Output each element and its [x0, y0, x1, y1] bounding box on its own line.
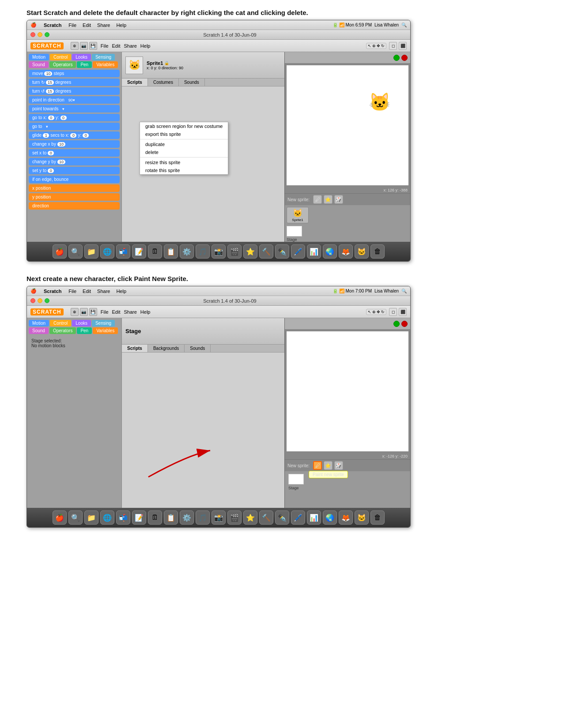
dock-photo[interactable]: 📸 [212, 244, 226, 259]
dock2-safari[interactable]: 🌐 [100, 510, 114, 525]
green-flag-btn[interactable] [393, 55, 400, 61]
stage-thumb[interactable] [287, 226, 302, 236]
dock2-earth[interactable]: 🌏 [323, 510, 337, 525]
tab-costumes[interactable]: Costumes [148, 79, 179, 86]
script-canvas-2[interactable] [122, 353, 284, 508]
stage-thumb-2[interactable] [288, 474, 304, 484]
dock-prefs[interactable]: ⚙️ [180, 244, 194, 259]
minimize-button-2[interactable] [38, 298, 42, 303]
dock2-prefs[interactable]: ⚙️ [180, 510, 194, 525]
menu-share-3[interactable]: Share [97, 289, 110, 294]
sprite-list-item-cat[interactable]: 🐱 Sprite1 [287, 207, 309, 223]
maximize-button-2[interactable] [45, 298, 49, 303]
menu-help-3[interactable]: Help [116, 289, 126, 294]
cat-sensing[interactable]: Sensing [92, 54, 115, 60]
toolbar-btn-6[interactable]: 💾 [89, 308, 97, 316]
dock-trash[interactable]: 🗑 [370, 244, 385, 259]
block-set-y[interactable]: set y to 0 [29, 167, 120, 174]
menu-edit[interactable]: Edit [83, 23, 91, 28]
menu-file-4[interactable]: File [101, 309, 109, 315]
dock2-spotlight[interactable]: 🔍 [68, 510, 83, 525]
block-turn-cw[interactable]: turn ↻ 15 degrees [29, 79, 120, 86]
block-change-x[interactable]: change x by 10 [29, 140, 120, 148]
expand-btn[interactable]: ⬛ [399, 42, 407, 50]
close-button[interactable] [30, 32, 35, 37]
stage-canvas-2[interactable] [287, 331, 408, 451]
menu-file-2[interactable]: File [101, 43, 109, 49]
cat-control[interactable]: Control [50, 54, 71, 60]
dock2-hammer[interactable]: 🔨 [259, 510, 273, 525]
menu-edit-3[interactable]: Edit [83, 289, 91, 294]
cat-looks[interactable]: Looks [72, 54, 91, 60]
zoom-icon-2[interactable]: ⊕ [372, 310, 376, 314]
cat-pen[interactable]: Pen [77, 61, 92, 68]
arrow-icon-2[interactable]: ↖ [368, 310, 371, 314]
dock2-graph[interactable]: 📊 [307, 510, 321, 525]
menu-help-4[interactable]: Help [140, 309, 151, 315]
arrow-icon[interactable]: ↖ [368, 44, 371, 48]
dock2-notes[interactable]: 📝 [132, 510, 146, 525]
dock2-trash[interactable]: 🗑 [370, 510, 385, 525]
cat-sound[interactable]: Sound [29, 61, 49, 68]
shrink-btn-2[interactable]: ◻ [389, 308, 397, 316]
apple-menu[interactable]: 🍎 [30, 22, 37, 28]
dock-hammer[interactable]: 🔨 [259, 244, 273, 259]
menu-help-2[interactable]: Help [140, 43, 151, 49]
dock-imovie[interactable]: 🎬 [227, 244, 242, 259]
menu-file[interactable]: File [68, 23, 76, 28]
tab-backgrounds[interactable]: Backgrounds [148, 345, 185, 352]
block-glide[interactable]: glide 1 secs to x: 0 y: 0 [29, 131, 120, 139]
cat-pen-2[interactable]: Pen [77, 327, 92, 334]
expand-btn-2[interactable]: ⬛ [399, 308, 407, 316]
dock2-mail[interactable]: 📬 [116, 510, 130, 525]
ctx-rotate[interactable]: rotate this sprite [140, 166, 228, 174]
cat-variables-2[interactable]: Variables [93, 327, 118, 334]
menu-share-2[interactable]: Share [124, 43, 136, 49]
minimize-button[interactable] [38, 32, 42, 37]
apple-menu-2[interactable]: 🍎 [30, 288, 37, 294]
dock2-clip[interactable]: 📋 [164, 510, 178, 525]
block-change-y[interactable]: change y by 10 [29, 158, 120, 165]
block-goto-xy[interactable]: go to x: 0 y: 0 [29, 114, 120, 121]
dock-safari[interactable]: 🌐 [100, 244, 114, 259]
toolbar-btn-3[interactable]: 💾 [89, 42, 97, 50]
paint-new-sprite-btn-2[interactable]: 🖊 [313, 461, 322, 470]
stage-canvas-1[interactable]: 🐱 [287, 65, 408, 185]
red-stop-btn-2[interactable] [401, 321, 408, 327]
dock-itunes[interactable]: 🎵 [196, 244, 210, 259]
cat-motion-2[interactable]: Motion [29, 320, 49, 326]
block-point-dir[interactable]: point in direction 90▾ [29, 96, 120, 104]
block-move[interactable]: move 10 steps [29, 70, 120, 77]
dock2-edit[interactable]: 🖊️ [291, 510, 305, 525]
maximize-button[interactable] [45, 32, 49, 37]
ctx-delete[interactable]: delete [140, 148, 228, 156]
move-icon-2[interactable]: ✥ [377, 310, 380, 314]
ctx-duplicate[interactable]: duplicate [140, 140, 228, 148]
tab-sounds[interactable]: Sounds [179, 79, 205, 86]
cat-operators[interactable]: Operators [49, 61, 76, 68]
cat-control-2[interactable]: Control [50, 320, 71, 326]
menu-file-3[interactable]: File [68, 289, 76, 294]
dock2-itunes[interactable]: 🎵 [196, 510, 210, 525]
dock2-photo[interactable]: 📸 [212, 510, 226, 525]
search-icon-2[interactable]: 🔍 [401, 289, 407, 293]
dock-scratch[interactable]: 🐱 [355, 244, 369, 259]
menu-edit-4[interactable]: Edit [112, 309, 121, 315]
toolbar-btn-1[interactable]: ⊕ [71, 42, 79, 50]
choose-sprite-btn-1[interactable]: ⭐ [324, 195, 333, 204]
ctx-grab-screen[interactable]: grab screen region for new costume [140, 122, 228, 130]
shrink-btn[interactable]: ◻ [389, 42, 397, 50]
dock-folder[interactable]: 📁 [84, 244, 98, 259]
dock-earth[interactable]: 🌏 [323, 244, 337, 259]
toolbar-btn-5[interactable]: 📷 [80, 308, 88, 316]
tab-sounds-2[interactable]: Sounds [185, 345, 211, 352]
dock2-firefox[interactable]: 🦊 [339, 510, 353, 525]
block-point-towards[interactable]: point towards ▾ [29, 105, 120, 113]
ctx-export[interactable]: export this sprite [140, 130, 228, 138]
dock2-imovie[interactable]: 🎬 [227, 510, 242, 525]
dock-star[interactable]: ⭐ [243, 244, 257, 259]
dock2-star[interactable]: ⭐ [243, 510, 257, 525]
block-turn-ccw[interactable]: turn ↺ 15 degrees [29, 87, 120, 95]
dock-cal[interactable]: 🗓 [148, 244, 162, 259]
dock-clip[interactable]: 📋 [164, 244, 178, 259]
